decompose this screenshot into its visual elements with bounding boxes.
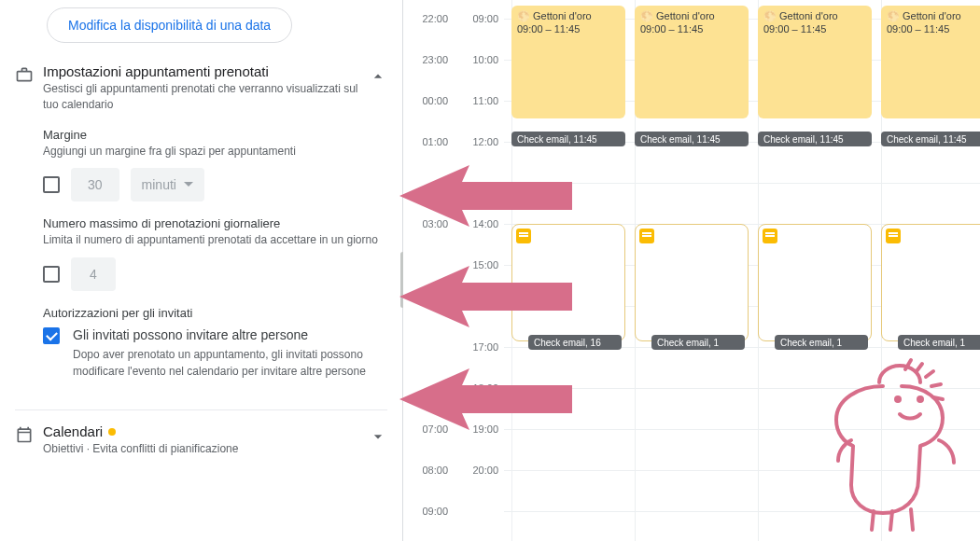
margin-unit-select[interactable]: minuti <box>131 168 204 201</box>
margin-group: Margine Aggiungi un margine fra gli spaz… <box>43 128 387 202</box>
expand-icon[interactable] <box>369 423 387 449</box>
time-label: 22:00 <box>407 13 448 24</box>
time-label: 14:00 <box>457 218 498 229</box>
booked-settings-section: Impostazioni appuntamenti prenotati Gest… <box>15 54 387 395</box>
slot-calendar-icon <box>886 229 901 243</box>
time-label: 01:00 <box>407 136 448 147</box>
margin-desc: Aggiungi un margine fra gli spazi per ap… <box>43 144 387 160</box>
time-label: 16:00 <box>457 300 498 312</box>
time-label: 08:00 <box>407 465 448 476</box>
settings-sidebar: Modifica la disponibilità di una data Im… <box>0 0 403 541</box>
time-label: 17:00 <box>457 341 498 353</box>
briefcase-icon <box>15 63 43 387</box>
event-check-email-16[interactable]: Check email, 16 <box>528 335 622 350</box>
event-gettoni-oro[interactable]: 🌕 Gettoni d'oro09:00 – 11:45 <box>635 6 749 118</box>
time-label: 09:00 <box>457 13 498 24</box>
event-check-email-1145[interactable]: Check email, 11:45 <box>635 132 749 146</box>
max-value-input[interactable]: 4 <box>71 257 116 291</box>
availability-slot[interactable] <box>758 224 872 341</box>
event-gettoni-oro[interactable]: 🌕 Gettoni d'oro09:00 – 11:45 <box>511 6 625 118</box>
perm-option-title: Gli invitati possono invitare altre pers… <box>73 327 387 342</box>
calendari-title: Calendari <box>43 423 238 439</box>
time-label: 20:00 <box>457 465 498 476</box>
time-axis-right: 09:0010:0011:0012:0014:0015:0016:0017:00… <box>454 0 504 541</box>
event-check-email-1145[interactable]: Check email, 11:45 <box>511 132 625 146</box>
max-bookings-group: Numero massimo di prenotazioni giornalie… <box>43 216 387 291</box>
slot-calendar-icon <box>516 229 531 243</box>
event-check-email-16[interactable]: Check email, 1 <box>898 335 980 350</box>
modify-availability-button[interactable]: Modifica la disponibilità di una data <box>47 7 292 43</box>
guest-permissions-group: Autorizzazioni per gli invitati Gli invi… <box>43 306 387 380</box>
booked-title: Impostazioni appuntamenti prenotati <box>43 63 361 79</box>
time-label: 12:00 <box>457 136 498 147</box>
event-check-email-16[interactable]: Check email, 1 <box>775 335 868 350</box>
slot-calendar-icon <box>639 229 654 243</box>
calendar-grid: 22:0023:0000:0001:0003:0007:0008:0009:00… <box>403 0 980 541</box>
max-desc: Limita il numero di appuntamenti prenota… <box>43 232 387 248</box>
calendar-color-dot <box>108 428 116 436</box>
guests-can-invite-checkbox[interactable] <box>43 327 60 344</box>
event-check-email-16[interactable]: Check email, 1 <box>651 335 745 350</box>
event-check-email-1145[interactable]: Check email, 11:45 <box>881 132 980 146</box>
margin-checkbox[interactable] <box>43 176 60 193</box>
max-checkbox[interactable] <box>43 266 60 283</box>
chevron-down-icon <box>184 180 193 189</box>
calendar-icon <box>15 423 43 457</box>
divider <box>15 409 387 410</box>
time-label: 10:00 <box>457 54 498 65</box>
perms-heading: Autorizzazioni per gli invitati <box>43 306 387 320</box>
event-gettoni-oro[interactable]: 🌕 Gettoni d'oro09:00 – 11:45 <box>881 6 980 118</box>
time-label: 00:00 <box>407 95 448 106</box>
availability-slot[interactable] <box>511 224 625 341</box>
time-label: 11:00 <box>457 95 498 106</box>
booked-subtitle: Gestisci gli appuntamenti prenotati che … <box>43 81 361 113</box>
availability-slot[interactable] <box>881 224 980 341</box>
time-label: 23:00 <box>407 54 448 65</box>
time-axis-left: 22:0023:0000:0001:0003:0007:0008:0009:00 <box>403 0 454 541</box>
availability-slot[interactable] <box>635 224 749 341</box>
calendari-section[interactable]: Calendari Obiettivi · Evita conflitti di… <box>15 414 387 465</box>
time-label: 09:00 <box>407 506 448 517</box>
time-label: 03:00 <box>407 218 448 229</box>
time-label: 18:00 <box>457 382 498 394</box>
event-check-email-1145[interactable]: Check email, 11:45 <box>758 132 872 146</box>
margin-title: Margine <box>43 128 387 142</box>
max-title: Numero massimo di prenotazioni giornalie… <box>43 216 387 230</box>
slot-calendar-icon <box>763 229 777 243</box>
time-label: 19:00 <box>457 423 498 435</box>
event-gettoni-oro[interactable]: 🌕 Gettoni d'oro09:00 – 11:45 <box>758 6 872 118</box>
collapse-icon[interactable] <box>369 63 387 89</box>
time-label: 07:00 <box>407 423 448 435</box>
calendari-subtitle: Obiettivi · Evita conflitti di pianifica… <box>43 441 238 457</box>
perm-option-desc: Dopo aver prenotato un appuntamento, gli… <box>73 346 387 380</box>
margin-value-input[interactable]: 30 <box>71 168 119 201</box>
calendar-days-area[interactable]: 🌕 Gettoni d'oro09:00 – 11:45Check email,… <box>504 0 980 541</box>
time-label: 15:00 <box>457 259 498 270</box>
